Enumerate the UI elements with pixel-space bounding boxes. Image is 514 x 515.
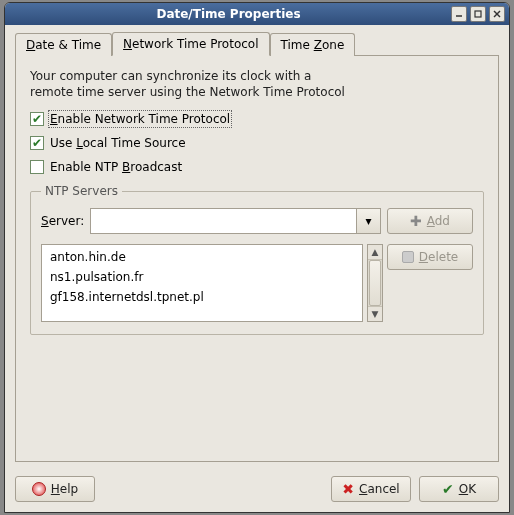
checkbox-icon: ✔: [30, 112, 44, 126]
ok-button[interactable]: ✔ OK: [419, 476, 499, 502]
delete-icon: [402, 251, 414, 263]
scroll-track[interactable]: [368, 260, 382, 306]
scroll-up-icon[interactable]: ▲: [368, 245, 382, 260]
list-item[interactable]: anton.hin.de: [42, 247, 362, 267]
info-text: Your computer can synchronize its clock …: [30, 68, 484, 100]
enable-ntp-label: Enable Network Time Protocol: [50, 112, 230, 126]
tab-bar: Date & Time Network Time Protocol Time Z…: [15, 31, 499, 55]
tab-date-time[interactable]: Date & Time: [15, 33, 112, 56]
server-input[interactable]: [90, 208, 357, 234]
checkbox-icon: ✔: [30, 160, 44, 174]
help-button[interactable]: Help: [15, 476, 95, 502]
ntp-legend: NTP Servers: [41, 184, 122, 198]
window-frame: Date/Time Properties Date & Time Network…: [4, 2, 510, 513]
server-label: Server:: [41, 214, 84, 228]
window-title: Date/Time Properties: [156, 7, 300, 21]
maximize-button[interactable]: [470, 6, 486, 22]
checkbox-icon: ✔: [30, 136, 44, 150]
ntp-servers-group: NTP Servers Server: ▾ ✚ Add: [30, 184, 484, 335]
scroll-thumb[interactable]: [369, 260, 381, 306]
enable-ntp-checkbox[interactable]: ✔ Enable Network Time Protocol: [30, 112, 484, 126]
list-item[interactable]: gf158.internetdsl.tpnet.pl: [42, 287, 362, 307]
tab-ntp[interactable]: Network Time Protocol: [112, 32, 269, 56]
broadcast-label: Enable NTP Broadcast: [50, 160, 182, 174]
close-button[interactable]: [489, 6, 505, 22]
broadcast-checkbox[interactable]: ✔ Enable NTP Broadcast: [30, 160, 484, 174]
minimize-button[interactable]: [451, 6, 467, 22]
svg-rect-1: [475, 11, 481, 17]
server-dropdown-button[interactable]: ▾: [357, 208, 381, 234]
add-icon: ✚: [410, 213, 422, 229]
add-button[interactable]: ✚ Add: [387, 208, 473, 234]
tab-panel-ntp: Your computer can synchronize its clock …: [15, 55, 499, 462]
ok-icon: ✔: [442, 481, 454, 497]
dialog-footer: Help ✖ Cancel ✔ OK: [5, 470, 509, 512]
cancel-icon: ✖: [342, 481, 354, 497]
tab-timezone[interactable]: Time Zone: [270, 33, 356, 56]
titlebar[interactable]: Date/Time Properties: [5, 3, 509, 25]
help-icon: [32, 482, 46, 496]
local-time-checkbox[interactable]: ✔ Use Local Time Source: [30, 136, 484, 150]
chevron-down-icon: ▾: [365, 214, 371, 228]
scroll-down-icon[interactable]: ▼: [368, 306, 382, 321]
cancel-button[interactable]: ✖ Cancel: [331, 476, 411, 502]
delete-button[interactable]: Delete: [387, 244, 473, 270]
server-list-scrollbar[interactable]: ▲ ▼: [367, 244, 383, 322]
content-area: Date & Time Network Time Protocol Time Z…: [5, 25, 509, 470]
list-item[interactable]: ns1.pulsation.fr: [42, 267, 362, 287]
server-list[interactable]: anton.hin.de ns1.pulsation.fr gf158.inte…: [41, 244, 363, 322]
server-combo[interactable]: ▾: [90, 208, 381, 234]
local-time-label: Use Local Time Source: [50, 136, 186, 150]
